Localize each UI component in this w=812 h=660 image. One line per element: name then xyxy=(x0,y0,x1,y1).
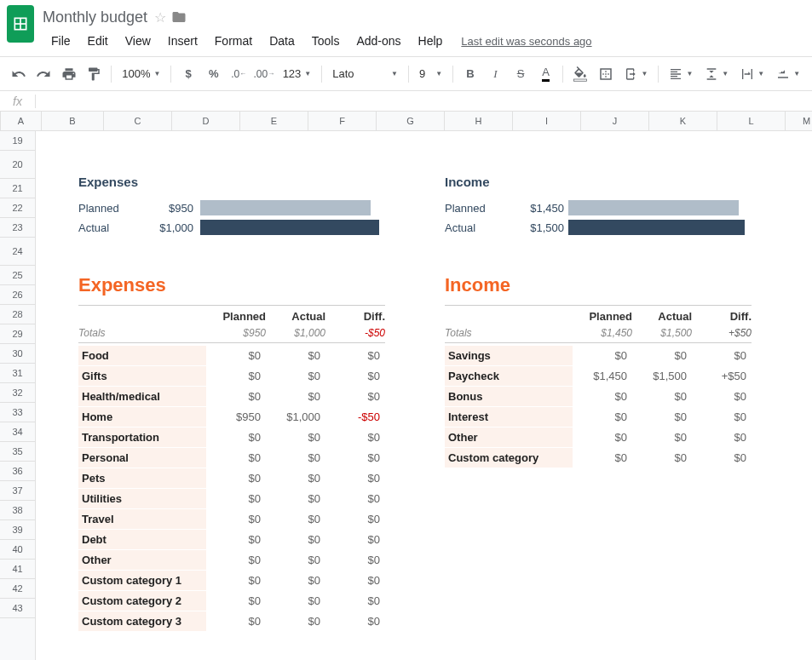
col-header[interactable]: J xyxy=(581,112,649,130)
zoom-select[interactable]: 100%▼ xyxy=(117,63,165,85)
font-select[interactable]: Lato▼ xyxy=(327,63,403,85)
strikethrough-button[interactable]: S xyxy=(509,62,533,86)
redo-button[interactable] xyxy=(32,62,56,86)
diff-cell[interactable]: $0 xyxy=(325,390,385,403)
diff-cell[interactable]: $0 xyxy=(325,431,385,444)
col-header[interactable]: B xyxy=(42,112,104,130)
row-header[interactable]: 37 xyxy=(0,481,35,501)
number-format-select[interactable]: 123▼ xyxy=(278,63,317,85)
category-cell[interactable]: Food xyxy=(78,346,206,365)
actual-cell[interactable]: $0 xyxy=(632,390,692,403)
actual-cell[interactable]: $0 xyxy=(632,451,692,464)
diff-cell[interactable]: $0 xyxy=(325,472,385,485)
category-cell[interactable]: Utilities xyxy=(78,489,206,508)
last-edit-link[interactable]: Last edit was seconds ago xyxy=(461,35,591,48)
planned-cell[interactable]: $0 xyxy=(206,431,266,444)
actual-cell[interactable]: $0 xyxy=(632,410,692,423)
diff-cell[interactable]: $0 xyxy=(325,615,385,628)
row-header[interactable]: 19 xyxy=(0,131,35,151)
actual-cell[interactable]: $0 xyxy=(266,615,325,628)
category-cell[interactable]: Travel xyxy=(78,509,206,529)
row-header[interactable]: 25 xyxy=(0,266,35,285)
col-header[interactable]: M xyxy=(786,112,812,130)
diff-cell[interactable]: $0 xyxy=(325,513,385,525)
category-cell[interactable]: Transportation xyxy=(78,428,206,447)
category-cell[interactable]: Debt xyxy=(78,530,206,549)
planned-cell[interactable]: $0 xyxy=(206,451,266,464)
planned-cell[interactable]: $0 xyxy=(573,390,632,403)
actual-cell[interactable]: $0 xyxy=(266,513,325,525)
sheets-logo-icon[interactable] xyxy=(7,5,34,43)
increase-decimal-button[interactable]: .00→ xyxy=(252,62,276,86)
col-header[interactable]: C xyxy=(104,112,172,130)
planned-cell[interactable]: $0 xyxy=(206,472,266,485)
italic-button[interactable]: I xyxy=(484,62,508,86)
actual-cell[interactable]: $0 xyxy=(266,594,325,607)
planned-cell[interactable]: $0 xyxy=(206,370,266,382)
wrap-button[interactable]: ▼ xyxy=(735,63,769,85)
diff-cell[interactable]: $0 xyxy=(325,451,385,464)
planned-cell[interactable]: $0 xyxy=(206,390,266,403)
actual-cell[interactable]: $0 xyxy=(266,451,325,464)
actual-cell[interactable]: $0 xyxy=(266,349,325,362)
planned-cell[interactable]: $0 xyxy=(206,513,266,525)
menu-format[interactable]: Format xyxy=(208,31,259,51)
category-cell[interactable]: Custom category 2 xyxy=(78,591,206,611)
actual-cell[interactable]: $0 xyxy=(266,554,325,566)
planned-cell[interactable]: $0 xyxy=(573,451,632,464)
menu-help[interactable]: Help xyxy=(412,31,450,51)
planned-cell[interactable]: $0 xyxy=(206,554,266,566)
planned-cell[interactable]: $0 xyxy=(573,349,632,362)
menu-edit[interactable]: Edit xyxy=(81,31,115,51)
diff-cell[interactable]: $0 xyxy=(325,349,385,362)
diff-cell[interactable]: $0 xyxy=(325,492,385,505)
diff-cell[interactable]: $0 xyxy=(692,451,752,464)
font-size-select[interactable]: 9▼ xyxy=(414,63,447,85)
category-cell[interactable]: Other xyxy=(445,428,573,447)
col-header[interactable]: G xyxy=(377,112,445,130)
menu-insert[interactable]: Insert xyxy=(161,31,204,51)
category-cell[interactable]: Health/medical xyxy=(78,387,206,406)
actual-cell[interactable]: $1,000 xyxy=(266,410,325,423)
row-header[interactable]: 29 xyxy=(0,324,35,344)
row-header[interactable]: 30 xyxy=(0,344,35,364)
row-header[interactable]: 34 xyxy=(0,422,35,442)
print-button[interactable] xyxy=(57,62,81,86)
paint-format-button[interactable] xyxy=(83,62,107,86)
currency-button[interactable]: $ xyxy=(176,62,200,86)
row-header[interactable]: 31 xyxy=(0,364,35,383)
col-header[interactable]: E xyxy=(240,112,308,130)
row-header[interactable]: 21 xyxy=(0,179,35,198)
planned-cell[interactable]: $1,450 xyxy=(573,370,632,382)
value[interactable]: $1,000 xyxy=(147,221,193,234)
text-color-button[interactable]: A xyxy=(534,62,558,86)
category-cell[interactable]: Interest xyxy=(445,407,573,427)
row-header[interactable]: 35 xyxy=(0,442,35,462)
row-header[interactable]: 23 xyxy=(0,218,35,238)
diff-cell[interactable]: $0 xyxy=(325,554,385,566)
planned-cell[interactable]: $0 xyxy=(206,492,266,505)
menu-data[interactable]: Data xyxy=(262,31,302,51)
actual-cell[interactable]: $0 xyxy=(266,472,325,485)
row-header[interactable]: 38 xyxy=(0,501,35,520)
borders-button[interactable] xyxy=(594,62,618,86)
actual-cell[interactable]: $0 xyxy=(266,574,325,587)
percent-button[interactable]: % xyxy=(202,62,226,86)
category-cell[interactable]: Custom category xyxy=(445,448,573,468)
actual-cell[interactable]: $0 xyxy=(632,431,692,444)
row-header[interactable]: 33 xyxy=(0,403,35,422)
row-header[interactable]: 40 xyxy=(0,540,35,560)
row-header[interactable]: 39 xyxy=(0,520,35,540)
decrease-decimal-button[interactable]: .0← xyxy=(227,62,251,86)
diff-cell[interactable]: $0 xyxy=(325,574,385,587)
row-header[interactable]: 41 xyxy=(0,560,35,579)
rotate-button[interactable]: ▼ xyxy=(771,63,805,85)
actual-cell[interactable]: $0 xyxy=(632,349,692,362)
diff-cell[interactable]: +$50 xyxy=(692,370,752,382)
diff-cell[interactable]: $0 xyxy=(325,370,385,382)
diff-cell[interactable]: $0 xyxy=(692,410,752,423)
row-header[interactable]: 24 xyxy=(0,238,35,266)
col-header[interactable]: A xyxy=(1,112,42,130)
menu-add-ons[interactable]: Add-ons xyxy=(349,31,407,51)
row-header[interactable]: 26 xyxy=(0,285,35,305)
